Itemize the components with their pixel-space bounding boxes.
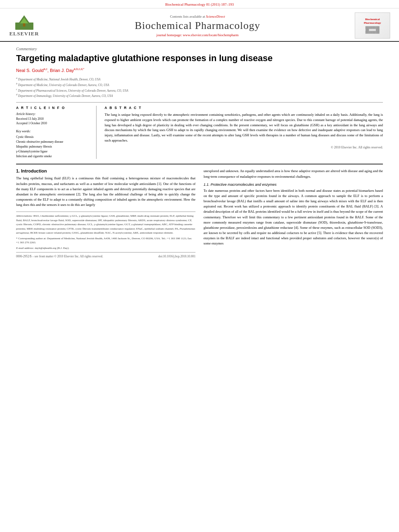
doi-notice: doi:10.1016/j.bcp.2010.10.001 bbox=[158, 255, 195, 258]
elsevier-logo: ELSEVIER bbox=[8, 14, 40, 37]
article-info-column: A R T I C L E I N F O Article history: R… bbox=[16, 106, 97, 159]
body-divider bbox=[16, 164, 383, 164]
journal-citation: Biochemical Pharmacology 81 (2011) 187–1… bbox=[165, 2, 234, 6]
intro-paragraph1: The lung epithelial lining fluid (ELF) i… bbox=[16, 176, 195, 207]
page: Biochemical Pharmacology 81 (2011) 187–1… bbox=[0, 0, 399, 532]
logo-text: Biochemical Pharmacology bbox=[364, 18, 381, 25]
keywords-label: Key words: bbox=[16, 129, 90, 134]
body-two-col: 1. Introduction The lung epithelial lini… bbox=[16, 168, 383, 260]
article-info-header: A R T I C L E I N F O bbox=[16, 106, 90, 110]
author1-name: Neal S. Gould bbox=[16, 68, 43, 73]
keyword-5: Infection and cigarette smoke bbox=[16, 154, 90, 159]
journal-name: Biochemical Pharmacology bbox=[44, 20, 351, 32]
history-label: Article history: bbox=[16, 112, 90, 116]
subsection-paragraph: To date numerous proteins and other fact… bbox=[204, 188, 383, 246]
sciencedirect-link[interactable]: ScienceDirect bbox=[206, 14, 225, 18]
body-left-col: 1. Introduction The lung epithelial lini… bbox=[16, 168, 195, 260]
intro-paragraph2: unexplored and unknown. An equally under… bbox=[204, 168, 383, 179]
bottom-bar: 0006-2952/$ – see front matter © 2010 El… bbox=[16, 252, 195, 260]
journal-citation-bar: Biochemical Pharmacology 81 (2011) 187–1… bbox=[0, 0, 399, 8]
keyword-2: Chronic obstructive pulmonary disease bbox=[16, 140, 90, 144]
article-history: Article history: Received 13 July 2010 A… bbox=[16, 112, 90, 126]
subsection-1-1-heading: 1.1. Protective macromolecules and enzym… bbox=[204, 183, 383, 187]
body-right-col: unexplored and unknown. An equally under… bbox=[204, 168, 383, 260]
sciencedirect-notice: Contents lists available at ScienceDirec… bbox=[44, 14, 351, 18]
footnotes-text: Abbreviations: BSO, l-buthionine sulfoxi… bbox=[16, 214, 195, 250]
svg-rect-3 bbox=[23, 23, 25, 27]
journal-homepage: journal homepage: www.elsevier.com/locat… bbox=[44, 33, 351, 37]
corresponding-author: * Corresponding author at: Department of… bbox=[16, 236, 195, 245]
abstract-column: A B S T R A C T The lung is unique being… bbox=[105, 106, 383, 159]
received-date: Received 13 July 2010 bbox=[16, 117, 90, 121]
info-abstract-section: A R T I C L E I N F O Article history: R… bbox=[16, 106, 383, 159]
article-type-label: Commentary bbox=[16, 47, 383, 51]
keywords-section: Key words: Cystic fibrosis Chronic obstr… bbox=[16, 129, 90, 159]
affiliations: a Department of Medicine, National Jewis… bbox=[16, 76, 383, 98]
affil-d: d Department of Immunology, University o… bbox=[16, 92, 383, 98]
footnotes-section: Abbreviations: BSO, l-buthionine sulfoxi… bbox=[16, 212, 195, 250]
abstract-text: The lung is unique being exposed directl… bbox=[105, 112, 383, 143]
email-address: E-mail address: dayb@njhealth.org (B.J. … bbox=[16, 246, 195, 251]
abstract-header: A B S T R A C T bbox=[105, 106, 383, 110]
affil-b: b Department of Medicine, University of … bbox=[16, 82, 383, 87]
journal-logo-box: Biochemical Pharmacology ▓▓▓▓▓▓▓▓▓▓░░░░▓… bbox=[355, 12, 390, 39]
author1-sup: a,c bbox=[43, 68, 47, 70]
keyword-1: Cystic fibrosis bbox=[16, 135, 90, 140]
issn-notice: 0006-2952/$ – see front matter © 2010 El… bbox=[16, 255, 103, 258]
abbreviations: Abbreviations: BSO, l-buthionine sulfoxi… bbox=[16, 214, 195, 235]
header-divider bbox=[16, 102, 383, 103]
journal-header: ELSEVIER Contents lists available at Sci… bbox=[0, 8, 399, 42]
main-content: Commentary Targeting maladaptive glutath… bbox=[0, 42, 399, 264]
author2-sup: a,b,c,d,* bbox=[74, 68, 84, 70]
authors-line: Neal S. Goulda,c, Brian J. Daya,b,c,d,* bbox=[16, 68, 383, 73]
affil-a: a Department of Medicine, National Jewis… bbox=[16, 76, 383, 82]
keyword-4: γ-Glutamylcysteine ligase bbox=[16, 149, 90, 154]
article-title: Targeting maladaptive glutathione respon… bbox=[16, 53, 383, 64]
accepted-date: Accepted 1 October 2010 bbox=[16, 121, 90, 125]
journal-logo-right: Biochemical Pharmacology ▓▓▓▓▓▓▓▓▓▓░░░░▓… bbox=[355, 12, 391, 39]
elsevier-wordmark: ELSEVIER bbox=[9, 31, 39, 37]
section1-heading: 1. Introduction bbox=[16, 168, 195, 173]
keyword-3: Idiopathic pulmonary fibrosis bbox=[16, 144, 90, 149]
affil-c: c Department of Pharmaceutical Sciences,… bbox=[16, 87, 383, 93]
journal-title-area: Contents lists available at ScienceDirec… bbox=[40, 14, 355, 37]
author2-name: , Brian J. Day bbox=[47, 68, 74, 73]
copyright-notice: © 2010 Elsevier Inc. All rights reserved… bbox=[105, 146, 383, 149]
